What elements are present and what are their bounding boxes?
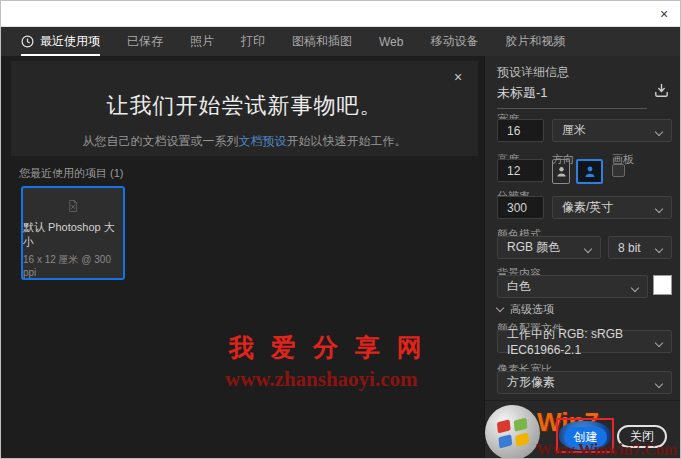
background-color-swatch[interactable]: [653, 275, 672, 295]
resolution-unit-value: 像素/英寸: [562, 199, 613, 216]
bit-depth-dropdown[interactable]: 8 bit: [608, 236, 672, 259]
chevron-down-icon: [631, 284, 639, 292]
clock-icon: [21, 35, 34, 48]
save-preset-icon[interactable]: [653, 82, 670, 103]
document-name-field[interactable]: 未标题-1: [497, 84, 647, 109]
tab-label: Web: [379, 35, 403, 49]
artboard-checkbox[interactable]: [612, 164, 625, 177]
chevron-down-icon: [655, 380, 663, 388]
tab-mobile[interactable]: 移动设备: [430, 27, 478, 56]
width-input[interactable]: [497, 119, 544, 142]
watermark-site-name: 我 爱 分 享 网: [229, 331, 427, 364]
tab-label: 图稿和插图: [292, 33, 352, 50]
chevron-down-icon: [496, 304, 504, 312]
chevron-down-icon: [584, 245, 592, 253]
tab-label: 移动设备: [430, 33, 478, 50]
advanced-options-label: 高级选项: [510, 303, 554, 315]
tab-photo[interactable]: 照片: [190, 27, 214, 56]
color-mode-value: RGB 颜色: [507, 239, 560, 256]
color-profile-value: 工作中的 RGB: sRGB IEC61966-2.1: [507, 326, 671, 357]
dialog-body: × 让我们开始尝试新事物吧。 从您自己的文档设置或一系列文档预设开始以快速开始工…: [1, 56, 680, 458]
background-dropdown[interactable]: 白色: [497, 275, 648, 298]
banner-close-icon[interactable]: ×: [450, 69, 466, 85]
panel-title: 预设详细信息: [497, 64, 569, 81]
color-mode-dropdown[interactable]: RGB 颜色: [497, 236, 601, 259]
bit-depth-value: 8 bit: [618, 241, 641, 255]
windows-flag-icon: [496, 418, 529, 447]
pixel-aspect-dropdown[interactable]: 方形像素: [497, 371, 672, 394]
chevron-down-icon: [655, 205, 663, 213]
advanced-options-toggle[interactable]: 高级选项: [497, 302, 554, 317]
window-close-icon[interactable]: ×: [655, 5, 673, 23]
color-profile-dropdown[interactable]: 工作中的 RGB: sRGB IEC61966-2.1: [497, 330, 672, 353]
resolution-unit-dropdown[interactable]: 像素/英寸: [552, 196, 672, 219]
document-x-icon: [55, 200, 91, 212]
tab-print[interactable]: 打印: [241, 27, 265, 56]
panel-footer-divider: [485, 400, 681, 401]
orientation-landscape-icon[interactable]: [576, 159, 603, 184]
document-presets-link[interactable]: 文档预设: [239, 134, 287, 148]
windows-logo-watermark: [485, 405, 540, 459]
height-input[interactable]: [497, 159, 544, 182]
background-value: 白色: [507, 278, 531, 295]
width-unit-value: 厘米: [562, 122, 586, 139]
banner-subtitle-pre: 从您自己的文档设置或一系列: [83, 134, 239, 148]
width-unit-dropdown[interactable]: 厘米: [552, 119, 672, 142]
chevron-down-icon: [655, 245, 663, 253]
tab-recent[interactable]: 最近使用项: [21, 27, 100, 56]
tab-label: 胶片和视频: [505, 33, 565, 50]
new-document-dialog: × 最近使用项 已保存 照片 打印 图稿和插图 Web 移动设备 胶片和视频 ×…: [0, 0, 681, 459]
watermark-corner-url: Www.Winwin7.Com: [536, 441, 677, 459]
recent-file-size: 16 x 12 厘米 @ 300 ppi: [23, 253, 123, 278]
tab-label: 已保存: [127, 33, 163, 50]
tab-film-video[interactable]: 胶片和视频: [505, 27, 565, 56]
recent-file-card[interactable]: 默认 Photoshop 大小 16 x 12 厘米 @ 300 ppi: [21, 186, 125, 280]
resolution-input[interactable]: [497, 196, 544, 219]
watermark-site-url: www.zhanshaoyi.com: [225, 367, 418, 392]
recent-content-area: × 让我们开始尝试新事物吧。 从您自己的文档设置或一系列文档预设开始以快速开始工…: [1, 56, 484, 458]
orientation-portrait-icon[interactable]: [552, 159, 570, 184]
banner-subtitle-post: 开始以快速开始工作。: [287, 134, 407, 148]
banner-subtitle: 从您自己的文档设置或一系列文档预设开始以快速开始工作。: [11, 133, 478, 150]
tab-art-illustration[interactable]: 图稿和插图: [292, 27, 352, 56]
tab-saved[interactable]: 已保存: [127, 27, 163, 56]
tab-label: 照片: [190, 33, 214, 50]
chevron-down-icon: [655, 128, 663, 136]
welcome-banner: × 让我们开始尝试新事物吧。 从您自己的文档设置或一系列文档预设开始以快速开始工…: [11, 61, 478, 156]
recent-file-title: 默认 Photoshop 大小: [23, 220, 123, 250]
tab-label: 打印: [241, 33, 265, 50]
titlebar: ×: [1, 1, 680, 27]
recent-section-label: 您最近使用的项目 (1): [19, 166, 124, 181]
pixel-aspect-value: 方形像素: [507, 374, 555, 391]
banner-title: 让我们开始尝试新事物吧。: [11, 91, 478, 121]
tab-label: 最近使用项: [40, 33, 100, 50]
preset-details-panel: 预设详细信息 未标题-1 宽度 厘米 高度 方向 画板 分辨率 像素/英寸 颜色…: [484, 56, 680, 458]
tab-bar: 最近使用项 已保存 照片 打印 图稿和插图 Web 移动设备 胶片和视频: [1, 27, 680, 56]
tab-web[interactable]: Web: [379, 27, 403, 56]
